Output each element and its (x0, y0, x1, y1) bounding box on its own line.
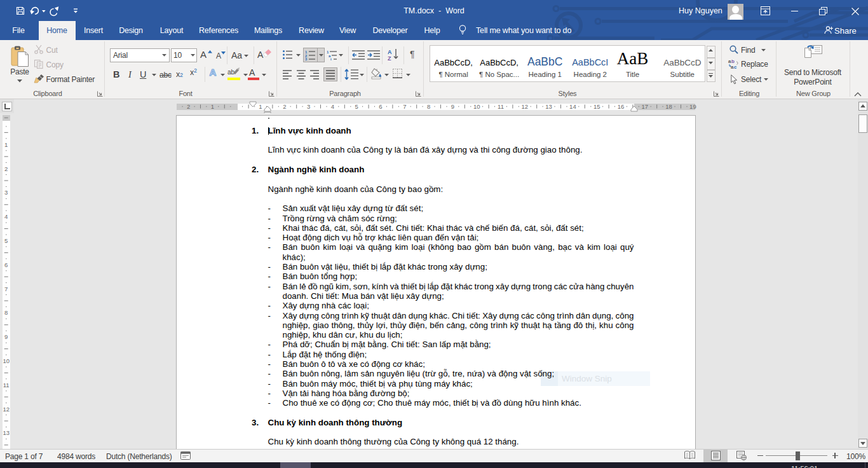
svg-text:1: 1 (259, 103, 262, 110)
svg-text:13: 13 (545, 103, 552, 110)
svg-text:1: 1 (211, 103, 214, 110)
svg-text:8: 8 (4, 309, 8, 316)
svg-text:1: 1 (4, 141, 8, 148)
svg-text:7: 7 (4, 286, 8, 292)
svg-text:17: 17 (642, 103, 649, 110)
svg-text:14: 14 (569, 103, 576, 110)
svg-text:9: 9 (4, 333, 8, 340)
svg-text:4: 4 (4, 213, 8, 220)
svg-text:11: 11 (3, 382, 10, 389)
svg-text:8: 8 (427, 103, 430, 110)
svg-text:19: 19 (689, 103, 696, 110)
svg-text:4: 4 (331, 103, 334, 110)
svg-text:10: 10 (3, 357, 10, 364)
svg-text:11: 11 (498, 103, 504, 110)
svg-text:9: 9 (451, 103, 454, 110)
svg-text:12: 12 (3, 406, 10, 413)
svg-text:5: 5 (4, 237, 8, 244)
svg-text:12: 12 (522, 103, 529, 110)
svg-text:10: 10 (473, 103, 480, 110)
svg-text:3: 3 (307, 103, 310, 110)
svg-text:15: 15 (593, 103, 600, 110)
svg-text:7: 7 (403, 103, 406, 110)
svg-text:6: 6 (379, 103, 382, 110)
svg-text:5: 5 (355, 103, 358, 110)
svg-text:6: 6 (4, 261, 8, 268)
svg-text:2: 2 (4, 165, 8, 172)
svg-text:16: 16 (618, 103, 625, 110)
svg-text:2: 2 (283, 103, 286, 110)
svg-text:13: 13 (3, 429, 10, 436)
svg-text:2: 2 (187, 103, 190, 110)
svg-text:3: 3 (4, 189, 8, 196)
svg-text:18: 18 (665, 103, 672, 110)
